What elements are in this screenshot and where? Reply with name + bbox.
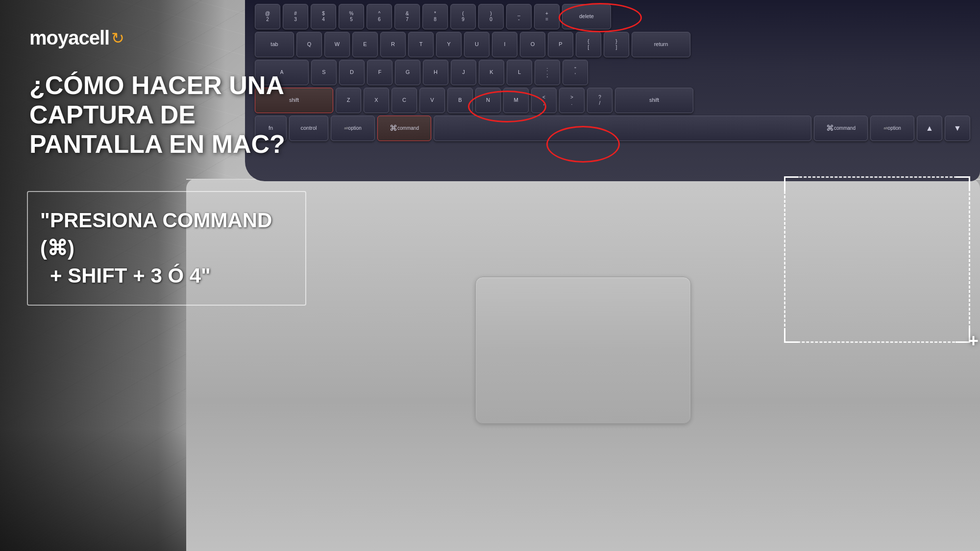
corner-bottom-left	[784, 328, 799, 343]
key-underscore-minus: _-	[506, 4, 532, 29]
key-b: B	[447, 88, 473, 113]
left-panel: moyacell ↻ ¿CÓMO HACER UNA CAPTURA DE PA…	[0, 0, 333, 551]
key-percent-5: %5	[339, 4, 364, 29]
key-h: H	[423, 60, 448, 85]
key-z: Z	[336, 88, 361, 113]
key-shift-right: shift	[615, 88, 693, 113]
key-amp-7: &7	[394, 4, 420, 29]
logo-refresh-icon: ↻	[111, 29, 124, 48]
headline-line2: PANTALLA EN MAC?	[29, 130, 314, 159]
info-text-line2: + SHIFT + 3 Ó 4"	[40, 262, 291, 290]
key-d: D	[339, 60, 365, 85]
key-caret-6: ^6	[367, 4, 392, 29]
key-lbracket: {[	[576, 32, 601, 57]
logo-text-moya: moyacell	[29, 27, 109, 49]
corner-top-right	[956, 176, 970, 191]
key-plus-equals: +=	[534, 4, 560, 29]
key-row-bottom: fn control altoption ⌘command ⌘command a…	[255, 116, 970, 141]
key-row-qwerty: tab Q W E R T Y U I O P {[ }] return	[255, 32, 970, 57]
info-box: "PRESIONA COMMAND (⌘) + SHIFT + 3 Ó 4"	[27, 191, 306, 306]
key-return: return	[632, 32, 690, 57]
key-v: V	[419, 88, 445, 113]
logo: moyacell ↻	[29, 27, 124, 49]
trackpad	[475, 277, 691, 424]
key-p: P	[548, 32, 573, 57]
key-m: M	[503, 88, 529, 113]
key-o: O	[520, 32, 545, 57]
keyboard-keys: @2 #3 $4 %5 ^6 &7 *8 (9 )0 _- += delete …	[245, 0, 980, 181]
key-dot: >.	[559, 88, 585, 113]
screenshot-selection-overlay: +	[784, 176, 970, 343]
key-arrow-down: ▼	[945, 116, 970, 141]
key-row-numbers: @2 #3 $4 %5 ^6 &7 *8 (9 )0 _- += delete	[255, 4, 970, 29]
key-row-asdf: A S D F G H J K L :; "'	[255, 60, 970, 85]
key-j: J	[451, 60, 476, 85]
key-space	[434, 116, 811, 141]
key-g: G	[395, 60, 420, 85]
key-rbracket: }]	[604, 32, 629, 57]
key-f: F	[367, 60, 392, 85]
key-n: N	[475, 88, 501, 113]
key-u: U	[464, 32, 490, 57]
info-text-line1: "PRESIONA COMMAND (⌘)	[40, 207, 291, 262]
key-y: Y	[436, 32, 462, 57]
key-slash: ?/	[587, 88, 612, 113]
key-arrow-up: ▲	[917, 116, 942, 141]
screenshot-plus-icon: +	[968, 331, 979, 351]
key-delete: delete	[562, 4, 611, 29]
key-command-left: ⌘command	[377, 116, 431, 141]
key-comma: <,	[531, 88, 557, 113]
key-r: R	[380, 32, 406, 57]
headline-line1: ¿CÓMO HACER UNA CAPTURA DE	[29, 71, 314, 130]
key-t: T	[408, 32, 434, 57]
key-star-8: *8	[422, 4, 448, 29]
key-c: C	[392, 88, 417, 113]
key-k: K	[479, 60, 504, 85]
key-option-left: altoption	[331, 116, 375, 141]
key-l: L	[507, 60, 532, 85]
key-quote: "'	[563, 60, 588, 85]
corner-top-left	[784, 176, 799, 191]
key-lparen-9: (9	[450, 4, 476, 29]
headline: ¿CÓMO HACER UNA CAPTURA DE PANTALLA EN M…	[29, 71, 314, 159]
key-i: I	[492, 32, 517, 57]
keyboard-area: @2 #3 $4 %5 ^6 &7 *8 (9 )0 _- += delete …	[245, 0, 980, 181]
key-row-zxcv: shift Z X C V B N M <, >. ?/ shift	[255, 88, 970, 113]
key-rparen-0: )0	[478, 4, 504, 29]
key-option-right: altoption	[870, 116, 914, 141]
key-x: X	[364, 88, 389, 113]
key-semicolon: :;	[535, 60, 560, 85]
key-e: E	[352, 32, 378, 57]
key-command-right: ⌘command	[814, 116, 868, 141]
